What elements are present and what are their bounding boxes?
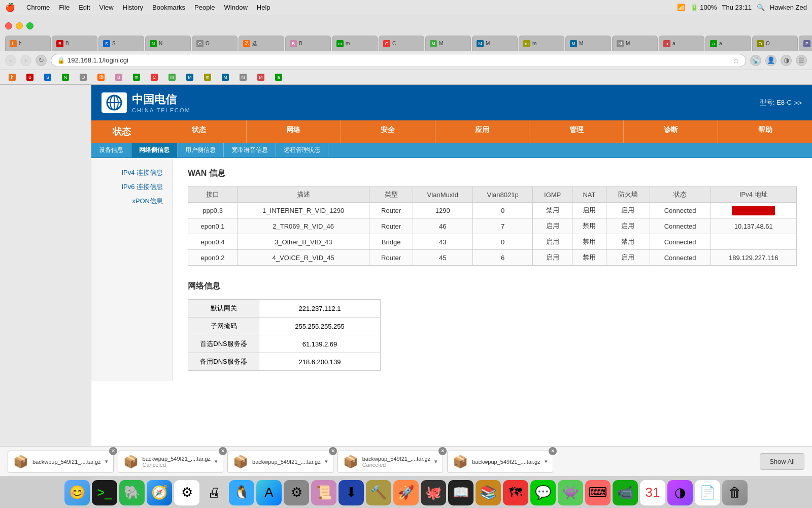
browser-tab-13[interactable]: MM	[612, 36, 658, 51]
bookmark-11[interactable]: m	[200, 73, 216, 82]
download-arrow-4[interactable]: ▾	[545, 458, 548, 465]
ct-nav-app[interactable]: 应用	[435, 120, 530, 143]
ct-nav-manage[interactable]: 管理	[529, 120, 624, 143]
bookmark-14[interactable]: M	[254, 73, 269, 82]
download-cancel-3[interactable]: ✕	[438, 447, 447, 455]
address-text[interactable]: 192.168.1.1/login.cgi	[67, 56, 730, 64]
ct-menu-xpon[interactable]: xPON信息	[96, 194, 167, 208]
bookmark-star-icon[interactable]: ☆	[733, 56, 739, 65]
dock-icon-printer[interactable]: 🖨	[201, 480, 227, 505]
menu-edit[interactable]: Edit	[79, 4, 90, 11]
browser-tab-16[interactable]: OO	[752, 36, 798, 51]
menu-bookmarks[interactable]: Bookmarks	[152, 4, 185, 11]
browser-tab-11[interactable]: mm	[519, 36, 564, 51]
bookmark-8[interactable]: C	[147, 73, 163, 82]
browser-tab-0[interactable]: hh	[5, 36, 51, 51]
menu-window[interactable]: Window	[224, 4, 248, 11]
browser-tab-3[interactable]: NN	[145, 36, 191, 51]
browser-tab-6[interactable]: BB	[285, 36, 331, 51]
bookmark-2[interactable]: S	[41, 73, 56, 82]
dock-icon-texteditor[interactable]: 📄	[695, 480, 720, 505]
dock-icon-facetime[interactable]: 📹	[613, 480, 638, 505]
dock-icon-finder[interactable]: 😊	[64, 480, 90, 505]
menu-help[interactable]: Help	[257, 4, 270, 11]
browser-tab-8[interactable]: CC	[379, 36, 424, 51]
menu-people[interactable]: People	[194, 4, 215, 11]
browser-tab-4[interactable]: OO	[192, 36, 238, 51]
back-button[interactable]: ‹	[5, 55, 16, 66]
bookmark-9[interactable]: M	[165, 73, 181, 82]
dock-icon-syspref[interactable]: ⚙	[284, 480, 309, 505]
bookmark-5[interactable]: 选	[94, 73, 110, 82]
dock-icon-wechat[interactable]: 💬	[530, 480, 556, 505]
dock-icon-mindmap[interactable]: 🗺	[503, 480, 528, 505]
dock-icon-safari[interactable]: 🧭	[147, 480, 172, 505]
browser-tab-9[interactable]: MM	[425, 36, 471, 51]
browser-tab-14[interactable]: aa	[659, 36, 704, 51]
ct-subnav-remote[interactable]: 远程管理状态	[276, 143, 328, 157]
menu-view[interactable]: View	[99, 4, 114, 11]
bookmark-1[interactable]: B	[23, 73, 39, 82]
bookmark-6[interactable]: B	[112, 73, 127, 82]
browser-tab-10[interactable]: MM	[472, 36, 518, 51]
dock-icon-arc[interactable]: ◑	[667, 480, 693, 505]
ct-nav-status[interactable]: 状态	[152, 120, 247, 143]
menu-button[interactable]: ☰	[796, 55, 807, 66]
dock-icon-transmit[interactable]: 🚀	[393, 480, 419, 505]
menu-chrome[interactable]: Chrome	[26, 4, 50, 11]
ct-subnav-voice[interactable]: 宽带语音信息	[224, 143, 276, 157]
forward-button[interactable]: ›	[20, 55, 31, 66]
bookmark-10[interactable]: M	[183, 73, 198, 82]
ct-menu-ipv4[interactable]: IPv4 连接信息	[96, 166, 167, 180]
download-cancel-0[interactable]: ✕	[109, 447, 117, 455]
close-window-button[interactable]	[5, 22, 12, 29]
download-arrow-2[interactable]: ▾	[325, 458, 328, 465]
dock-icon-chrome[interactable]: ⚙	[174, 480, 199, 505]
browser-tab-1[interactable]: BB	[52, 36, 97, 51]
ct-nav-help[interactable]: 帮助	[718, 120, 812, 143]
browser-tab-5[interactable]: 选选	[239, 36, 284, 51]
minimize-window-button[interactable]	[16, 22, 23, 29]
dock-icon-qqbird[interactable]: 🐧	[229, 480, 254, 505]
download-cancel-2[interactable]: ✕	[329, 447, 337, 455]
dock-icon-appstore[interactable]: A	[256, 480, 282, 505]
bookmark-0[interactable]: h	[5, 73, 21, 82]
ct-subnav-network-side[interactable]: 网络侧信息	[131, 143, 178, 157]
dock-icon-kindle[interactable]: 📖	[448, 480, 473, 505]
fullscreen-window-button[interactable]	[26, 22, 33, 29]
dock-icon-evernote[interactable]: 🐘	[119, 480, 145, 505]
bookmark-12[interactable]: M	[218, 73, 234, 82]
menu-file[interactable]: File	[59, 4, 70, 11]
ct-nav-network[interactable]: 网络	[247, 120, 341, 143]
ct-subnav-device[interactable]: 设备信息	[91, 143, 131, 157]
bookmark-4[interactable]: O	[76, 73, 92, 82]
download-cancel-1[interactable]: ✕	[219, 447, 227, 455]
bookmark-15[interactable]: a	[272, 73, 287, 82]
ct-nav-diagnose[interactable]: 诊断	[624, 120, 718, 143]
ct-subnav-user-side[interactable]: 用户侧信息	[178, 143, 224, 157]
bookmark-3[interactable]: N	[58, 73, 74, 82]
download-arrow-0[interactable]: ▾	[105, 458, 108, 465]
menubar-search-icon[interactable]: 🔍	[757, 4, 765, 11]
show-all-button[interactable]: Show All	[760, 453, 804, 470]
dock-icon-books[interactable]: 📚	[476, 480, 501, 505]
download-arrow-1[interactable]: ▾	[215, 458, 218, 465]
dock-icon-trash[interactable]: 🗑	[722, 480, 748, 505]
dock-icon-hammer[interactable]: 🔨	[366, 480, 391, 505]
theme-button[interactable]: ◑	[781, 55, 792, 66]
download-cancel-4[interactable]: ✕	[549, 447, 557, 455]
profile-button[interactable]: 👤	[765, 55, 776, 66]
bookmark-13[interactable]: M	[236, 73, 252, 82]
apple-menu[interactable]: 🍎	[5, 3, 15, 12]
browser-tab-15[interactable]: aa	[705, 36, 751, 51]
refresh-button[interactable]: ↻	[36, 55, 47, 66]
browser-tab-2[interactable]: SS	[98, 36, 144, 51]
download-arrow-3[interactable]: ▾	[434, 458, 437, 465]
dock-icon-terminal[interactable]: >_	[92, 480, 117, 505]
menu-history[interactable]: History	[123, 4, 143, 11]
dock-icon-alien[interactable]: 👾	[558, 480, 583, 505]
dock-icon-github[interactable]: 🐙	[421, 480, 446, 505]
model-more[interactable]: >>	[794, 99, 802, 107]
cast-button[interactable]: 📡	[750, 55, 761, 66]
ct-nav-security[interactable]: 安全	[341, 120, 435, 143]
